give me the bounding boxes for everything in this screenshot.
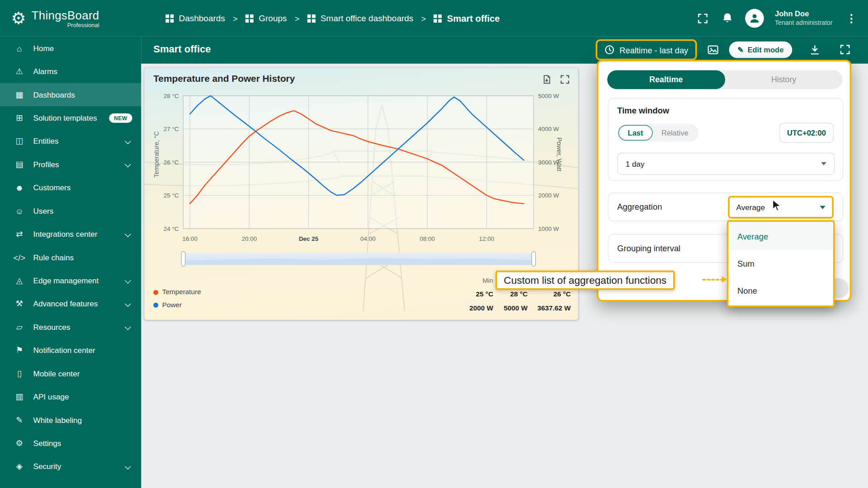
timewindow-button-label: Realtime - last day <box>619 45 688 55</box>
breadcrumb-dashboards[interactable]: Dashboards <box>165 13 225 23</box>
sidebar-item-resources[interactable]: ▱ Resources <box>0 315 141 338</box>
svg-text:3000 W: 3000 W <box>538 159 559 166</box>
sidebar-item-icon: ▯ <box>13 369 25 379</box>
export-widget-icon[interactable] <box>542 74 552 84</box>
option-[interactable]: Average <box>728 223 833 250</box>
option-[interactable]: Sum <box>728 250 833 277</box>
legend-label: Power <box>162 301 182 309</box>
option-label: None <box>737 286 757 296</box>
sidebar-item-mobile-center[interactable]: ▯ Mobile center <box>0 362 141 385</box>
time-range-select[interactable]: 1 day <box>617 153 835 175</box>
toggle-label: Last <box>628 129 643 137</box>
breadcrumb-label: Groups <box>259 13 287 23</box>
aggregation-value: Average <box>736 203 765 212</box>
grouping-interval-label: Grouping interval <box>617 244 680 253</box>
sidebar-item-icon: ⚑ <box>13 345 25 355</box>
chevron-down-icon <box>125 138 131 144</box>
sidebar-nav: ⌂ Home ⚠ Alarms ▦ Dashboards ⊞ So <box>0 37 141 488</box>
tab-[interactable]: Realtime <box>607 70 725 89</box>
svg-text:24 °C: 24 °C <box>164 225 179 232</box>
sidebar-item-notification-center[interactable]: ⚑ Notification center <box>0 338 141 361</box>
user-menu[interactable]: John Doe Tenant administrator <box>775 9 833 27</box>
tab-label: Realtime <box>649 75 683 84</box>
sidebar-item-icon: ▤ <box>13 160 25 169</box>
sidebar-item-integrations-center[interactable]: ⇄ Integrations center <box>0 222 141 245</box>
time-window-section: Time window Last Relative UTC+02:00 1 da… <box>608 98 843 181</box>
sidebar-item-settings[interactable]: ⚙ Settings <box>0 432 141 455</box>
sidebar-item-alarms[interactable]: ⚠ Alarms <box>0 60 141 83</box>
timezone-button[interactable]: UTC+02:00 <box>779 123 834 143</box>
legend-color-dot <box>153 290 158 295</box>
fullscreen-icon[interactable] <box>696 12 709 25</box>
breadcrumb-smart-office[interactable]: Smart office <box>434 13 500 23</box>
chart-legend: Temperature Power <box>153 288 201 309</box>
range-handle-left[interactable] <box>181 251 185 267</box>
sidebar-item-rule-chains[interactable]: </> Rule chains <box>0 246 141 269</box>
option-[interactable]: None <box>728 277 833 304</box>
avatar[interactable] <box>745 9 764 28</box>
sidebar-item-advanced-features[interactable]: ⚒ Advanced features <box>0 292 141 315</box>
stats-header-min: Min <box>459 274 493 288</box>
sidebar-item-solution-templates[interactable]: ⊞ Solution templates NEW <box>0 106 141 129</box>
dashboard-grid-icon <box>245 14 254 22</box>
dashboard-grid-icon <box>434 14 442 22</box>
svg-text:25 °C: 25 °C <box>164 192 179 199</box>
sidebar-item-label: Resources <box>33 323 70 332</box>
edit-mode-button[interactable]: ✎ Edit mode <box>729 42 792 58</box>
sidebar-item-customers[interactable]: ☻ Customers <box>0 176 141 199</box>
sidebar-item-security[interactable]: ◈ Security <box>0 455 141 478</box>
breadcrumb-smart-office-dashboards[interactable]: Smart office dashboards <box>307 13 414 23</box>
svg-text:2000 W: 2000 W <box>538 192 559 199</box>
last-relative-toggle: Last Relative <box>617 124 698 141</box>
toggle-[interactable]: Last <box>618 125 653 141</box>
svg-text:26 °C: 26 °C <box>164 159 179 166</box>
breadcrumb-segment: > Smart office <box>421 13 500 23</box>
sidebar-item-api-usage[interactable]: ▥ API usage <box>0 385 141 408</box>
notifications-bell-icon[interactable] <box>721 12 734 25</box>
sidebar-item-white-labeling[interactable]: ✎ White labeling <box>0 408 141 432</box>
top-header: ⚙ ThingsBoard Professional Dashboards <box>0 0 868 37</box>
temp-min: 25 °C <box>459 288 493 302</box>
user-role: Tenant administrator <box>775 19 833 27</box>
user-name: John Doe <box>775 9 833 19</box>
svg-text:20:00: 20:00 <box>242 235 257 242</box>
widget-fullscreen-icon[interactable] <box>560 74 570 84</box>
image-icon[interactable] <box>707 44 719 58</box>
annotation-arrow <box>722 276 727 283</box>
sidebar-item-profiles[interactable]: ▤ Profiles <box>0 153 141 176</box>
brand-subtitle: Professional <box>32 21 99 28</box>
svg-text:4000 W: 4000 W <box>538 126 559 132</box>
dashboard-fullscreen-icon[interactable] <box>839 44 851 58</box>
brand-logo[interactable]: ⚙ ThingsBoard Professional <box>0 9 141 28</box>
dashboard-grid-icon <box>307 14 316 22</box>
app: ⚙ ThingsBoard Professional Dashboards <box>0 0 868 488</box>
sidebar-item-icon: ▦ <box>13 89 25 99</box>
range-handle-right[interactable] <box>532 251 536 267</box>
sidebar-item-home[interactable]: ⌂ Home <box>0 37 141 60</box>
legend-item[interactable]: Temperature <box>153 288 201 296</box>
breadcrumb-groups[interactable]: Groups <box>245 13 287 23</box>
sidebar-item-label: Notification center <box>33 346 95 355</box>
sidebar-item-entities[interactable]: ◫ Entities <box>0 130 141 153</box>
sidebar-item-label: Profiles <box>33 160 59 169</box>
timewindow-button[interactable]: Realtime - last day <box>596 39 697 61</box>
toggle-[interactable]: Relative <box>652 125 697 141</box>
sidebar-item-users[interactable]: ☺ Users <box>0 199 141 222</box>
chevron-down-icon <box>125 463 131 469</box>
widget-title: Temperature and Power History <box>153 74 295 84</box>
option-label: Average <box>737 232 768 241</box>
svg-text:16:00: 16:00 <box>182 235 198 242</box>
download-icon[interactable] <box>809 44 821 58</box>
sidebar-item-edge-management[interactable]: ◬ Edge management <box>0 269 141 292</box>
legend-label: Temperature <box>162 288 201 296</box>
svg-text:04:00: 04:00 <box>360 235 376 242</box>
sidebar-item-icon: ⇄ <box>13 229 25 239</box>
breadcrumb-label: Smart office dashboards <box>321 13 413 23</box>
sidebar-item-dashboards[interactable]: ▦ Dashboards <box>0 83 141 106</box>
legend-item[interactable]: Power <box>153 301 201 309</box>
time-range-scrollbar[interactable] <box>183 253 533 265</box>
breadcrumb: Dashboards > Groups > <box>141 13 500 23</box>
tab-[interactable]: History <box>725 70 842 89</box>
sidebar-item-icon: ⚒ <box>13 299 25 309</box>
more-menu-icon[interactable]: ⋮ <box>844 12 859 25</box>
